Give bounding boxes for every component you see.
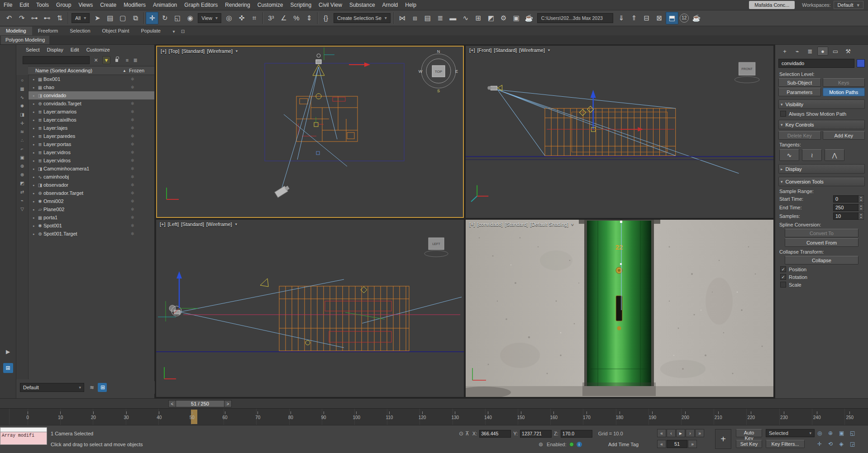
always-show-motion-path-checkbox[interactable]: Always Show Motion Path xyxy=(780,111,863,117)
visibility-icon[interactable]: ● xyxy=(30,232,37,236)
selection-lock-icon[interactable]: ⊼ xyxy=(464,430,470,437)
previous-key-icon[interactable]: ‹ xyxy=(667,429,676,437)
scene-item-row[interactable]: ● ✱ Omni002 ✻ xyxy=(29,197,154,205)
viewport-menu-general[interactable]: [+] xyxy=(161,48,167,54)
unlink-selection-icon[interactable]: ⊷ xyxy=(41,12,53,24)
viewport-front[interactable]: [+] [Front] [Standard] [Wireframe] ▼ xyxy=(466,46,773,218)
spinner-snap-icon[interactable]: ⇕ xyxy=(303,12,315,24)
viewport-menu-renderer[interactable]: [Standard] xyxy=(181,48,205,54)
viewport-left[interactable]: [+] [Left] [Standard] [Wireframe] ▼ xyxy=(156,220,464,397)
use-pivot-center-icon[interactable]: ◎ xyxy=(223,12,235,24)
select-and-link-icon[interactable]: ⊶ xyxy=(28,12,41,24)
layer-view-icon[interactable]: ≣ xyxy=(131,56,139,64)
conversion-tools-section-header[interactable]: Conversion Tools xyxy=(778,177,865,186)
menu-item[interactable]: Edit xyxy=(16,0,33,10)
viewport-menu-renderer[interactable]: [Standard] xyxy=(181,222,204,227)
visibility-icon[interactable]: ● xyxy=(30,118,37,122)
next-frame-button[interactable]: > xyxy=(224,400,232,407)
curve-editor-icon[interactable]: ∿ xyxy=(459,12,472,24)
spinner-arrows[interactable] xyxy=(858,212,864,220)
go-to-end-icon[interactable]: » xyxy=(695,429,704,437)
column-header-name[interactable]: Name (Sorted Ascending) xyxy=(28,68,123,73)
frame-forward-button[interactable]: » xyxy=(688,440,697,448)
add-key-button[interactable]: Add Key xyxy=(823,131,865,140)
filter-all-icon[interactable]: ○ xyxy=(18,76,27,84)
tangent-linear-icon[interactable]: ⋀ xyxy=(825,149,844,161)
visibility-icon[interactable]: ● xyxy=(30,102,37,105)
menu-item[interactable]: Graph Editors xyxy=(181,0,221,10)
bind-to-space-warp-icon[interactable]: ⇅ xyxy=(53,12,66,24)
filter-shapes-icon[interactable]: ∿ xyxy=(18,93,27,101)
explorer-layout-icon[interactable]: ⊞ xyxy=(98,383,107,392)
visibility-icon[interactable]: ● xyxy=(30,167,37,170)
ribbon-tab[interactable]: Object Paint xyxy=(96,27,135,35)
frozen-toggle-icon[interactable]: ✻ xyxy=(131,166,154,171)
viewport-menu-renderer[interactable]: [Standard] xyxy=(494,47,517,53)
menu-item[interactable]: Substance xyxy=(346,0,379,10)
ribbon-minimize-icon[interactable]: ▾ xyxy=(169,27,178,35)
zoom-icon[interactable]: ◎ xyxy=(815,429,825,437)
scene-item-row[interactable]: ● ▦ porta1 ✻ xyxy=(29,213,154,222)
frozen-toggle-icon[interactable]: ✻ xyxy=(131,101,154,106)
explorer-options-icon[interactable]: ≋ xyxy=(87,383,96,392)
open-recent-icon[interactable]: ⊠ xyxy=(653,12,666,24)
auto-key-button[interactable]: Auto Key xyxy=(736,429,762,437)
undo-icon[interactable]: ↶ xyxy=(3,12,15,24)
scene-item-row[interactable]: ● ✱ Spot001 ✻ xyxy=(29,222,154,230)
menu-item[interactable]: Group xyxy=(52,0,75,10)
samples-spinner[interactable]: 10 xyxy=(833,212,864,220)
viewport-menu-renderer[interactable]: [Standard] xyxy=(505,222,528,227)
visibility-icon[interactable]: ● xyxy=(30,94,37,97)
menu-item[interactable]: Modifiers xyxy=(120,0,149,10)
scene-item-row[interactable]: ● ≣ Layer:caixilhos ✻ xyxy=(29,116,154,124)
mirror-icon[interactable]: ⋈ xyxy=(396,12,409,24)
track-bar[interactable]: < 51 / 250 > xyxy=(0,398,868,409)
collapse-button[interactable]: Collapse xyxy=(785,256,858,264)
explorer-menu-item[interactable]: Display xyxy=(44,46,67,54)
spinner-arrows[interactable] xyxy=(858,195,864,203)
filter-funnel-icon[interactable]: ▼ xyxy=(102,56,110,64)
align-icon[interactable]: ⧈ xyxy=(409,12,421,24)
scene-item-row[interactable]: ● ∿ caminhoobj ✻ xyxy=(29,173,154,181)
frozen-toggle-icon[interactable]: ✻ xyxy=(131,142,154,146)
scene-item-row[interactable]: ● ▦ Box001 ✻ xyxy=(29,75,154,83)
notification-badge[interactable]: 12 xyxy=(680,14,689,23)
viewport-filter-icon[interactable]: ▼ xyxy=(234,222,238,227)
render-setup-icon[interactable]: ⚙ xyxy=(497,12,510,24)
select-by-name-icon[interactable]: ▤ xyxy=(104,12,116,24)
add-marker-button[interactable]: + xyxy=(715,429,731,449)
scene-item-row[interactable]: ● ≣ Layer:lajes ✻ xyxy=(29,124,154,132)
select-object-icon[interactable]: ➤ xyxy=(91,12,104,24)
visibility-icon[interactable]: ● xyxy=(30,127,37,130)
z-coordinate-field[interactable]: 170.0 xyxy=(561,430,592,438)
scene-item-row[interactable]: ● ◨ convidado ✻ xyxy=(29,91,154,99)
menu-item[interactable]: Tools xyxy=(33,0,52,10)
explorer-menu-item[interactable]: Edit xyxy=(67,46,82,54)
viewport-top[interactable]: [+] [Top] [Standard] [Wireframe] ▼ xyxy=(156,46,464,218)
project-folder-field[interactable]: C:\Users\202...3ds Max 2023 xyxy=(537,13,613,23)
scene-item-row[interactable]: ● ◨ observador ✻ xyxy=(29,181,154,189)
ribbon-tab[interactable]: Modeling xyxy=(0,27,32,35)
select-and-scale-icon[interactable]: ◱ xyxy=(171,12,184,24)
scene-item-row[interactable]: ● ▱ Plane002 ✻ xyxy=(29,205,154,213)
utilities-tab-icon[interactable]: ⚒ xyxy=(843,47,854,56)
viewport-menu-general[interactable]: [+] xyxy=(160,222,166,227)
frozen-toggle-icon[interactable]: ✻ xyxy=(131,199,154,203)
timeline-ruler[interactable]: 0102030405060708090100110120130140150160… xyxy=(0,408,868,426)
visibility-icon[interactable]: ● xyxy=(30,184,37,187)
display-tab-icon[interactable]: ▭ xyxy=(830,47,841,56)
percent-snap-icon[interactable]: % xyxy=(290,12,303,24)
viewport-menu-shading[interactable]: [Wireframe] xyxy=(207,48,233,54)
start-time-spinner[interactable]: 0 xyxy=(833,195,864,203)
scene-explorer-toggle-icon[interactable]: ▤ xyxy=(421,12,434,24)
visibility-icon[interactable]: ● xyxy=(30,216,37,219)
import-scene-icon[interactable]: ⇓ xyxy=(615,12,628,24)
listener-white-pane[interactable] xyxy=(0,427,47,432)
explorer-menu-item[interactable]: Customize xyxy=(83,46,113,54)
rotation-checkbox[interactable]: Rotation xyxy=(780,274,863,280)
selection-filter-dropdown[interactable]: All xyxy=(72,13,90,23)
ribbon-tab[interactable]: Selection xyxy=(64,27,96,35)
layer-explorer-toggle-icon[interactable]: ≣ xyxy=(434,12,447,24)
end-time-spinner[interactable]: 250 xyxy=(833,204,864,211)
frozen-toggle-icon[interactable]: ✻ xyxy=(131,191,154,195)
